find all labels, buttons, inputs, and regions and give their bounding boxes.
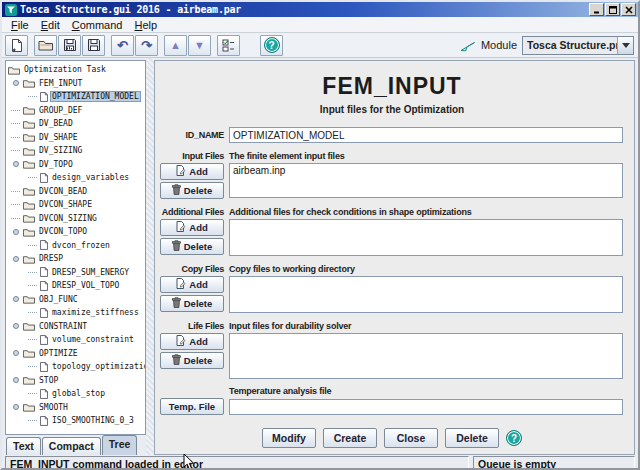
life-files-list[interactable] xyxy=(229,333,623,379)
id-name-input[interactable] xyxy=(229,127,623,143)
modify-button[interactable]: Modify xyxy=(262,428,316,448)
tree-node-optimize[interactable]: OPTIMIZE xyxy=(8,347,145,361)
window-title: Tosca Structure.gui 2016 - airbeam.par xyxy=(20,4,585,15)
close-icon[interactable] xyxy=(621,3,636,16)
tree-node-global-stop[interactable]: global_stop xyxy=(8,387,145,401)
tree-node-dvcon-sizing[interactable]: DVCON_SIZING xyxy=(8,212,145,226)
additional-files-delete-button[interactable]: Delete xyxy=(160,238,224,255)
tree-node-design-variables[interactable]: design_variables xyxy=(8,171,145,185)
tree-node-dvcon-bead[interactable]: DVCON_BEAD xyxy=(8,185,145,199)
new-file-button[interactable] xyxy=(5,35,28,56)
tree-node-constraint[interactable]: CONSTRAINT xyxy=(8,320,145,334)
move-up-button[interactable]: ▲ xyxy=(164,35,187,56)
file-icon xyxy=(40,240,48,250)
chevron-down-icon[interactable] xyxy=(617,37,633,54)
create-button[interactable]: Create xyxy=(323,428,377,448)
tree-node-dv-sizing[interactable]: DV_SIZING xyxy=(8,144,145,158)
expand-handle-icon[interactable] xyxy=(13,161,19,167)
section-input-files: Input FilesThe finite element input file… xyxy=(160,151,624,199)
tree-node-group-def[interactable]: GROUP_DEF xyxy=(8,104,145,118)
menu-file[interactable]: File xyxy=(5,19,35,31)
tree-node-smooth[interactable]: SMOOTH xyxy=(8,401,145,415)
tree-node-iso-smoothing-0-3[interactable]: ISO_SMOOTHING_0_3 xyxy=(8,414,145,428)
tree-node-optimization-model[interactable]: OPTIMIZATION_MODEL xyxy=(8,90,145,104)
menu-help[interactable]: Help xyxy=(128,19,163,31)
copy-files-list[interactable] xyxy=(229,276,623,313)
tree-node-dv-shape[interactable]: DV_SHAPE xyxy=(8,131,145,145)
tab-text[interactable]: Text xyxy=(6,437,41,455)
expand-handle-icon[interactable] xyxy=(13,404,19,410)
open-file-button[interactable] xyxy=(34,35,57,56)
undo-button[interactable]: ↶ xyxy=(111,35,134,56)
redo-button[interactable]: ↷ xyxy=(135,35,158,56)
additional-files-add-button[interactable]: Add xyxy=(160,219,224,236)
tree-node-label: DVCON_SIZING xyxy=(38,214,98,223)
folder-icon xyxy=(23,78,35,88)
expand-handle-icon[interactable] xyxy=(13,323,19,329)
input-files-list[interactable]: airbeam.inp xyxy=(229,163,623,198)
tab-compact[interactable]: Compact xyxy=(42,437,101,455)
copy-files-add-button[interactable]: Add xyxy=(160,276,224,293)
copy-files-label: Copy Files xyxy=(160,264,224,274)
expand-handle-icon[interactable] xyxy=(13,256,19,262)
menu-edit[interactable]: Edit xyxy=(35,19,66,31)
panel-splitter[interactable] xyxy=(146,58,154,455)
tree-node-dv-bead[interactable]: DV_BEAD xyxy=(8,117,145,131)
tree-node-dresp-vol-topo[interactable]: DRESP_VOL_TOPO xyxy=(8,279,145,293)
action-buttons: Modify Create Close Delete ? xyxy=(160,428,624,448)
file-icon xyxy=(40,173,48,183)
tree-node-topology-optimization[interactable]: topology_optimization xyxy=(8,360,145,374)
tree-node-dresp[interactable]: DRESP xyxy=(8,252,145,266)
tree-node-dvcon-topo[interactable]: DVCON_TOPO xyxy=(8,225,145,239)
tree-node-label: FEM_INPUT xyxy=(38,79,83,88)
redo-icon: ↷ xyxy=(141,39,152,52)
copy-files-delete-button[interactable]: Delete xyxy=(160,295,224,312)
close-button[interactable]: Close xyxy=(384,428,438,448)
tree-node-fem-input[interactable]: FEM_INPUT xyxy=(8,77,145,91)
tab-tree[interactable]: Tree xyxy=(102,435,138,455)
tree-node-dvcon-shape[interactable]: DVCON_SHAPE xyxy=(8,198,145,212)
life-files-delete-button[interactable]: Delete xyxy=(160,352,224,369)
folder-icon xyxy=(23,105,35,115)
module-select[interactable]: Tosca Structure.pre xyxy=(522,36,634,55)
save-all-button[interactable] xyxy=(58,35,81,56)
tree-node-label: DRESP_SUM_ENERGY xyxy=(51,268,130,277)
move-down-button[interactable]: ▼ xyxy=(188,35,211,56)
tree-node-dv-topo[interactable]: DV_TOPO xyxy=(8,158,145,172)
menu-command[interactable]: Command xyxy=(66,19,129,31)
title-bar[interactable]: Tosca Structure.gui 2016 - airbeam.par xyxy=(2,2,638,17)
expand-handle-icon[interactable] xyxy=(13,296,19,302)
tree-node-optimization-task[interactable]: Optimization Task xyxy=(8,63,145,77)
minimize-icon[interactable] xyxy=(589,3,604,16)
input-files-add-button[interactable]: Add xyxy=(160,163,224,180)
save-button[interactable] xyxy=(82,35,105,56)
tree-node-volume-constraint[interactable]: volume_constraint xyxy=(8,333,145,347)
temp-file-button[interactable]: Temp. File xyxy=(160,398,224,415)
input-files-delete-button[interactable]: Delete xyxy=(160,182,224,199)
down-arrow-icon: ▼ xyxy=(194,39,205,51)
options-button[interactable] xyxy=(217,35,240,56)
file-icon xyxy=(40,389,48,399)
life-files-add-button[interactable]: Add xyxy=(160,333,224,350)
expand-handle-icon[interactable] xyxy=(13,80,19,86)
tree-node-dvcon-frozen[interactable]: dvcon_frozen xyxy=(8,239,145,253)
tree-node-label: DV_SHAPE xyxy=(38,133,79,142)
input-files-label: Input Files xyxy=(160,151,224,161)
delete-button[interactable]: Delete xyxy=(445,428,499,448)
tree-node-dresp-sum-energy[interactable]: DRESP_SUM_ENERGY xyxy=(8,266,145,280)
tree-node-maximize-stiffness[interactable]: maximize_stiffness xyxy=(8,306,145,320)
tree-node-obj-func[interactable]: OBJ_FUNC xyxy=(8,293,145,307)
menu-bar: FileEditCommandHelp xyxy=(2,17,638,33)
expand-handle-icon[interactable] xyxy=(13,350,19,356)
temp-file-input[interactable] xyxy=(229,399,623,415)
toolbar-help-button[interactable]: ? xyxy=(260,35,283,56)
tree-node-stop[interactable]: STOP xyxy=(8,374,145,388)
form-help-icon[interactable]: ? xyxy=(506,430,522,446)
additional-files-list[interactable] xyxy=(229,219,623,256)
page-title: FEM_INPUT xyxy=(160,73,624,100)
maximize-icon[interactable] xyxy=(605,3,620,16)
file-item[interactable]: airbeam.inp xyxy=(233,165,619,176)
expand-handle-icon[interactable] xyxy=(13,377,19,383)
tree-node-label: STOP xyxy=(38,376,59,385)
expand-handle-icon[interactable] xyxy=(13,229,19,235)
